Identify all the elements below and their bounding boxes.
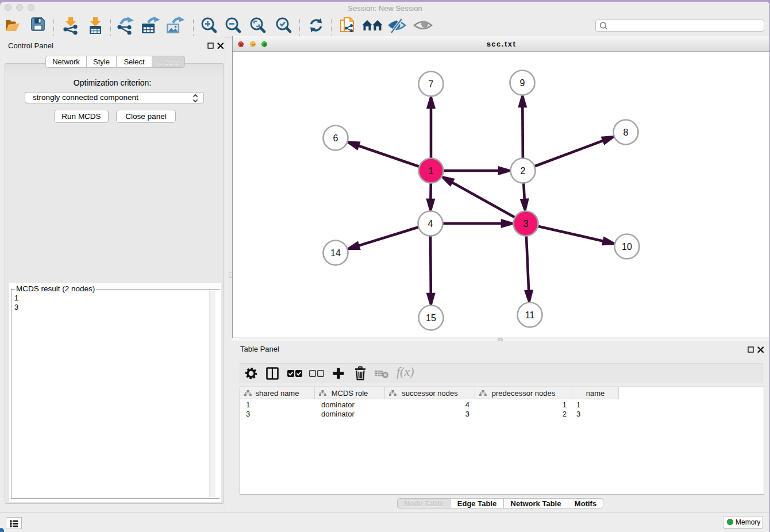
svg-text:11: 11 (525, 310, 535, 320)
svg-text:2: 2 (521, 166, 526, 176)
svg-text:8: 8 (623, 128, 629, 137)
svg-text:9: 9 (520, 78, 525, 88)
svg-text:6: 6 (333, 133, 338, 143)
svg-text:3: 3 (523, 219, 529, 229)
svg-text:7: 7 (429, 79, 434, 89)
svg-text:1: 1 (429, 166, 434, 176)
svg-text:10: 10 (622, 242, 632, 252)
svg-text:4: 4 (428, 219, 433, 229)
svg-text:15: 15 (426, 313, 436, 323)
svg-text:14: 14 (330, 248, 341, 258)
